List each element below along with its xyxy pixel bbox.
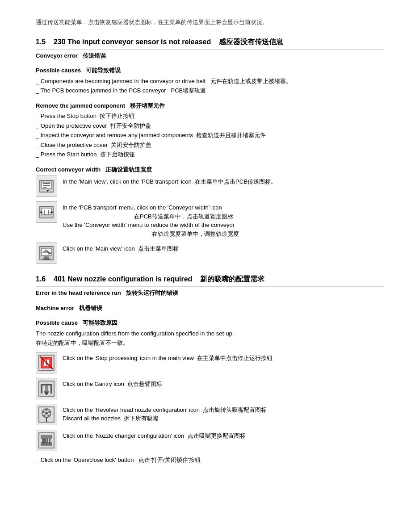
possible-cause-label: Possible cause 可能导致原因 (36, 318, 384, 327)
icon-step-pcb-transport-text: In the 'Main view', click on the 'PCB tr… (63, 176, 384, 186)
svg-rect-29 (45, 385, 48, 391)
svg-rect-43 (42, 438, 44, 443)
stop-processing-icon (36, 352, 57, 373)
svg-point-48 (42, 443, 44, 445)
icon-step-main-view-text: Click on the 'Main view' icon 点击主菜单图标 (63, 243, 384, 253)
svg-point-34 (45, 408, 48, 411)
section-1-5: 1.5 230 The input conveyor sensor is not… (36, 37, 384, 264)
svg-point-38 (42, 411, 45, 413)
possible-causes-label: Possible causes 可能导致错误 (36, 66, 384, 75)
section-1-6-title-en: 401 New nozzle configuration is required (54, 275, 192, 283)
intro-text: 通过传送功能菜单，点击恢复感应器状态图标，在主菜单的传送界面上将会显示当前状况。 (36, 18, 384, 27)
icon-step-nozzle-changer: Click on the 'Nozzle changer configurati… (36, 430, 384, 451)
svg-rect-42 (41, 436, 52, 438)
svg-rect-28 (50, 384, 52, 394)
section-1-5-number: 1.5 (36, 38, 46, 46)
section-1-5-subtitle: Conveyor error 传送错误 (36, 51, 384, 60)
remove-step-5: _ Press the Start button 按下启动按钮 (36, 150, 384, 159)
icon-step-stop-processing-text: Click on the 'Stop processing' icon in t… (63, 352, 384, 363)
correct-conveyor-label: Correct conveyor width 正确设置轨道宽度 (36, 165, 384, 174)
icon-step-gantry-text: Click on the Gantry icon 点击悬臂图标 (63, 378, 384, 389)
revolver-icon (36, 404, 57, 425)
section-1-6-title-zh: 新的吸嘴的配置需求 (200, 275, 264, 283)
cause-1: _ Components are becoming jammed in the … (36, 77, 384, 86)
svg-point-49 (46, 443, 47, 445)
svg-rect-46 (49, 438, 50, 443)
svg-point-31 (45, 392, 48, 395)
remove-step-3: _ Inspect the conveyor and remove any ja… (36, 131, 384, 140)
cause-text: The nozzle configuration differs from th… (36, 329, 384, 338)
section-1-6: 1.6 401 New nozzle configuration is requ… (36, 274, 384, 464)
icon-step-revolver-text: Click on the 'Revolver head nozzle confi… (63, 404, 384, 423)
svg-rect-45 (46, 438, 48, 443)
cause-text-zh: 在特定的配置中，吸嘴配置不一致。 (36, 339, 384, 348)
section-1-5-title-zh: 感应器没有传送信息 (219, 38, 283, 46)
section-1-5-title-en: 230 The input conveyor sensor is not rel… (54, 38, 211, 46)
icon-step-main-view: Click on the 'Main view' icon 点击主菜单图标 (36, 243, 384, 264)
remove-step-1: _ Press the Stop button 按下停止按钮 (36, 112, 384, 121)
icon-step-pcb-transport: In the 'Main view', click on the 'PCB tr… (36, 176, 384, 197)
svg-rect-7 (42, 208, 51, 214)
svg-point-39 (45, 412, 48, 415)
cause-2: _ The PCB becomes jammed in the PCB conv… (36, 86, 384, 95)
main-view-icon (36, 243, 57, 264)
last-step: _ Click on the 'Open/close lock' button … (36, 456, 384, 465)
machine-error-label: Machine error 机器错误 (36, 304, 384, 313)
gantry-icon (36, 378, 57, 399)
icon-step-gantry: Click on the Gantry icon 点击悬臂图标 (36, 378, 384, 399)
svg-point-35 (48, 411, 51, 413)
section-1-6-title: 1.6 401 New nozzle configuration is requ… (36, 274, 384, 287)
icon-step-conveyor-width-text: In the 'PCB transport' menu, click on th… (63, 201, 384, 238)
icon-step-conveyor-width: In the 'PCB transport' menu, click on th… (36, 201, 384, 238)
section-1-6-number: 1.6 (36, 275, 46, 283)
icon-step-stop-processing: Click on the 'Stop processing' icon in t… (36, 352, 384, 373)
pcb-transport-icon (36, 176, 57, 197)
section-1-5-title: 1.5 230 The input conveyor sensor is not… (36, 37, 384, 50)
icon-step-revolver: Click on the 'Revolver head nozzle confi… (36, 404, 384, 425)
section-1-6-subtitle: Error in the head reference run 旋转头运行时的错… (36, 289, 384, 297)
svg-rect-17 (44, 256, 49, 259)
remove-step-4: _ Close the protective cover 关闭安全防护盖 (36, 141, 384, 150)
conveyor-width-icon (36, 201, 57, 223)
svg-point-50 (49, 443, 50, 445)
icon-step-nozzle-changer-text: Click on the 'Nozzle changer configurati… (63, 430, 384, 440)
remove-label: Remove the jammed component 移开堵塞元件 (36, 101, 384, 110)
svg-point-36 (47, 415, 50, 417)
nozzle-changer-icon (36, 430, 57, 451)
svg-rect-44 (44, 438, 46, 443)
svg-rect-18 (42, 259, 50, 260)
remove-step-2: _ Open the protective cover 打开安全防护盖 (36, 121, 384, 130)
svg-point-37 (43, 415, 46, 417)
svg-rect-27 (41, 384, 42, 394)
